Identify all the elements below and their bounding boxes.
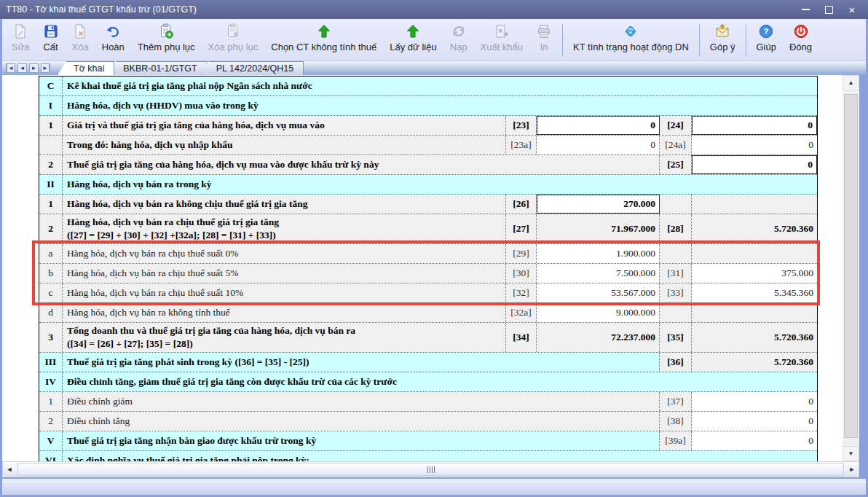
vertical-scrollbar-thumb[interactable] <box>844 94 858 438</box>
table-row-V: V Thuế giá trị gia tăng nhận bàn giao đư… <box>39 431 817 451</box>
toolbar-label: Xuất khẩu <box>481 42 524 52</box>
table-row-II-2: 2 Hàng hóa, dịch vụ bán ra chịu thuế giá… <box>39 214 817 244</box>
first-tab-icon[interactable]: ◄ <box>6 63 15 73</box>
code-24-label: [24] <box>660 116 692 135</box>
toolbar-label: Đóng <box>789 42 812 52</box>
toolbar-close-form-button[interactable]: Đóng <box>783 23 818 53</box>
field-29-input[interactable]: 1.900.000 <box>537 244 660 263</box>
code-39a-label: [39a] <box>660 431 692 450</box>
toolbar-delete-button[interactable]: Xóa <box>66 23 95 53</box>
tab-pl-142-2024-qh15[interactable]: PL 142/2024/QH15 <box>200 61 304 75</box>
toolbar-export-button[interactable]: X Xuất khẩu <box>474 23 530 53</box>
close-icon[interactable]: × <box>846 4 858 15</box>
row-number: III <box>39 353 63 372</box>
maximize-icon[interactable] <box>823 4 835 15</box>
code-29-label: [29] <box>506 244 537 263</box>
toolbar-undo-button[interactable]: Hoàn <box>95 23 131 53</box>
export-icon: X <box>494 23 510 39</box>
toolbar-label: Góp ý <box>710 42 735 52</box>
toolbar-label: In <box>540 42 548 52</box>
scroll-up-icon[interactable]: ▲ <box>843 75 859 90</box>
field-33-input[interactable]: 5.345.360 <box>692 283 817 302</box>
form-area: C Kê khai thuế giá trị gia tăng phải nộp… <box>2 75 843 461</box>
row-number: b <box>39 264 63 283</box>
last-tab-icon[interactable]: ► <box>41 63 50 73</box>
field-24a-input[interactable]: 0 <box>692 136 817 154</box>
row-title: Tổng doanh thu và thuế giá trị gia tăng … <box>67 324 355 337</box>
row-number: 1 <box>39 116 63 135</box>
field-25-input[interactable]: 0 <box>692 155 817 174</box>
table-row-I-2: 2 Thuế giá trị gia tăng của hàng hóa, dị… <box>39 155 817 175</box>
code-37-label: [37] <box>660 392 692 411</box>
toolbar-help-button[interactable]: ? Giúp <box>750 23 783 53</box>
save-icon <box>43 23 59 39</box>
field-24-input[interactable]: 0 <box>692 116 817 135</box>
row-description: Hàng hóa, dịch vụ bán ra chịu thuế suất … <box>63 244 506 263</box>
field-32a-input[interactable]: 9.000.000 <box>537 303 660 322</box>
help-icon: ? <box>758 23 774 39</box>
row-title: Hàng hóa, dịch vụ bán ra chịu thuế giá t… <box>67 216 279 229</box>
table-row-IV-1: 1 Điều chỉnh giảm [37] 0 <box>39 392 817 412</box>
toolbar-get-data-button[interactable]: Lấy dữ liệu <box>383 23 443 53</box>
field-39a-input[interactable]: 0 <box>692 431 817 450</box>
table-row-c: c Hàng hóa, dịch vụ bán ra chịu thuế suấ… <box>39 283 817 303</box>
field-26-input[interactable]: 270.000 <box>537 195 660 214</box>
row-number: 3 <box>39 323 63 352</box>
code-34-label: [34] <box>506 323 537 352</box>
row-description: Giá trị và thuế giá trị gia tăng của hàn… <box>63 116 506 135</box>
row-number: IV <box>39 372 63 391</box>
scroll-right-icon[interactable]: ► <box>845 462 859 477</box>
toolbar-remove-appendix-button[interactable]: Xóa phụ lục <box>202 23 265 53</box>
tab-scroll-buttons: ◄ ◄ ► ► <box>6 63 50 73</box>
scroll-down-icon[interactable]: ▼ <box>843 446 859 461</box>
field-38-input[interactable]: 0 <box>692 412 817 431</box>
horizontal-scrollbar[interactable]: ◄ ► <box>2 461 859 477</box>
arrow-up-icon <box>316 23 332 39</box>
field-32-input[interactable]: 53.567.000 <box>537 283 660 302</box>
toolbar-check-status-button[interactable]: KT tình trạng hoạt động DN <box>567 23 695 53</box>
row-number: c <box>39 283 63 302</box>
table-row-b: b Hàng hóa, dịch vụ bán ra chịu thuế suấ… <box>39 264 817 283</box>
field-23-input[interactable]: 0 <box>537 116 660 135</box>
section-title: Điều chỉnh tăng, giảm thuế giá trị gia t… <box>63 372 817 391</box>
vertical-scrollbar[interactable]: ▲ ▼ <box>843 75 859 461</box>
code-27-label: [27] <box>506 214 537 243</box>
field-37-input[interactable]: 0 <box>692 392 817 411</box>
row-number: V <box>39 431 63 450</box>
toolbar-feedback-button[interactable]: Góp ý <box>703 23 742 53</box>
check-status-icon <box>623 23 639 39</box>
section-title: Thuế giá trị gia tăng nhận bàn giao được… <box>63 431 660 450</box>
empty-cell <box>692 195 817 214</box>
section-title: Xác định nghĩa vụ thuế giá trị gia tăng … <box>63 451 817 461</box>
toolbar-add-appendix-button[interactable]: Thêm phụ lục <box>131 23 202 53</box>
toolbar-load-button[interactable]: Nạp <box>443 23 474 53</box>
next-tab-icon[interactable]: ► <box>29 63 39 73</box>
toolbar-edit-button[interactable]: Sửa <box>5 23 36 53</box>
remove-appendix-icon <box>225 23 241 39</box>
minimize-icon[interactable] <box>800 4 811 15</box>
empty-cell <box>692 244 817 263</box>
toolbar-save-button[interactable]: Cất <box>36 23 66 53</box>
code-25-label: [25] <box>660 155 692 174</box>
field-35-value: 5.720.360 <box>692 323 817 352</box>
toolbar-print-button[interactable]: In <box>529 23 559 53</box>
refresh-icon <box>451 23 467 39</box>
horizontal-scrollbar-thumb[interactable] <box>17 463 844 476</box>
toolbar-separator <box>746 24 746 56</box>
tab-to-khai[interactable]: Tờ khai <box>58 61 114 75</box>
field-31-input[interactable]: 375.000 <box>692 264 817 283</box>
toolbar-label: Cất <box>43 42 58 52</box>
tab-bkbr-01-1-gtgt[interactable]: BKBR-01-1/GTGT <box>107 61 207 75</box>
row-description: Tổng doanh thu và thuế giá trị gia tăng … <box>63 323 506 352</box>
code-23-label: [23] <box>506 116 537 135</box>
scroll-left-icon[interactable]: ◄ <box>3 462 16 477</box>
row-number: VI <box>39 451 63 461</box>
toolbar-select-ct-button[interactable]: Chọn CT không tính thuế <box>264 23 383 53</box>
row-description: Hàng hóa, dịch vụ bán ra không chịu thuế… <box>63 195 506 214</box>
empty-cell <box>660 303 692 322</box>
row-number: 2 <box>39 412 63 431</box>
row-number: I <box>39 96 63 115</box>
field-30-input[interactable]: 7.500.000 <box>537 264 660 283</box>
field-23a-input[interactable]: 0 <box>537 136 660 154</box>
prev-tab-icon[interactable]: ◄ <box>17 63 27 73</box>
